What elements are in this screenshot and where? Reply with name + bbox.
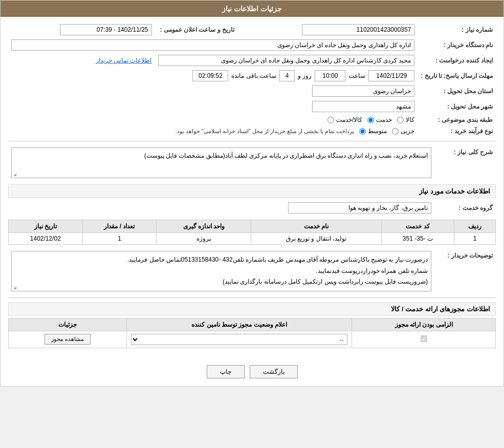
service-info-header: اطلاعات خدمات مورد نیاز <box>8 184 496 198</box>
announce-label: تاریخ و ساعت اعلان عمومی : <box>155 22 238 37</box>
perm-status-select[interactable]: -- <box>131 334 347 345</box>
category-kala-radio[interactable] <box>397 117 404 123</box>
perm-required-checkbox <box>421 335 427 342</box>
need-desc-label: شرح کلی نیاز : <box>434 145 496 180</box>
requester-value: مجید کردی کارشناس اداره کل راهداری وحمل … <box>158 55 415 66</box>
category-option-kala[interactable]: کالا <box>397 116 414 123</box>
category-khedmat-label: خدمت <box>376 116 392 123</box>
buyer-desc-value: درصورت نیاز به توضیح باکارشناس مربوطه آق… <box>11 251 431 291</box>
cell-name: تولید، انتقال و توزیع برق <box>251 233 381 245</box>
response-deadline-label: مهلت ارسال پاسخ: تا تاریخ : <box>418 68 496 83</box>
col-unit: واحد اندازه گیری <box>157 220 251 233</box>
col-row: ردیف <box>454 220 496 233</box>
need-number-value: 1102001423000357 <box>302 24 414 35</box>
requester-label: ایجاد کننده درخواست : <box>418 53 496 68</box>
category-kala-label: کالا <box>406 116 414 123</box>
view-perm-button[interactable]: مشاهده مجوز <box>45 334 91 345</box>
purchase-motavasset-radio[interactable] <box>359 128 366 135</box>
perm-col-required: الزامی بودن ارائه مجوز <box>352 318 496 331</box>
response-date: 1402/11/29 <box>368 70 414 81</box>
permissions-section-label: اطلاعات مجوزهای ارائه خدمت / کالا <box>8 302 496 316</box>
purchase-type-label: نوع فرآیند خرید : <box>418 125 496 137</box>
purchase-jozii-label: جزیی <box>401 127 414 135</box>
category-khedmat-radio[interactable] <box>367 117 374 123</box>
need-number-label: شماره نیاز : <box>418 22 496 37</box>
cell-date: 1402/12/02 <box>9 233 83 245</box>
permissions-table: الزامی بودن ارائه مجوز اعلام وضعیت مجوز … <box>8 318 496 348</box>
print-button[interactable]: چاپ <box>207 365 245 378</box>
table-row: 1 ت -35- 351 تولید، انتقال و توزیع برق پ… <box>9 233 496 245</box>
category-kala-khedmat-radio[interactable] <box>327 117 334 123</box>
buyer-desc-label: توضیحات خریدار : <box>434 249 496 293</box>
remaining-label: ساعت باقی مانده <box>231 72 276 79</box>
city-label: شهر محل تحویل : <box>418 99 496 114</box>
category-label: طبقه بندی موضوعی : <box>418 114 496 125</box>
col-qty: تعداد / مقدار <box>82 220 157 233</box>
announce-value: 1402/11/25 - 07:39 <box>60 24 152 35</box>
service-group-value: تامین برق، گاز، بخار و تهویه هوا <box>288 202 431 214</box>
category-option-kala-khedmat[interactable]: کالا/خدمت <box>327 116 362 123</box>
response-time: 10:00 <box>315 70 345 81</box>
col-code: کد خدمت <box>381 220 454 233</box>
page-header: جزئیات اطلاعات نیاز <box>1 1 503 17</box>
category-kala-khedmat-label: کالا/خدمت <box>336 116 362 123</box>
remaining-time: 02:09:52 <box>192 70 228 81</box>
response-day-label: روز و <box>298 72 312 79</box>
buyer-org-label: نام دستگاه خریدار : <box>418 37 496 53</box>
purchase-option-jozii[interactable]: جزیی <box>392 127 414 135</box>
city-value: مشهد <box>312 101 414 112</box>
province-value: خراسان رضوی <box>312 86 414 97</box>
back-button[interactable]: بازگشت <box>250 365 298 378</box>
purchase-jozii-radio[interactable] <box>392 128 399 135</box>
perm-col-details: جزئیات <box>9 318 127 331</box>
col-name: نام خدمت <box>251 220 381 233</box>
need-desc-value: استعلام خرید، نصب و راه اندازی دستگاه بر… <box>11 147 431 178</box>
cell-unit: پروژه <box>157 233 251 245</box>
cell-row: 1 <box>454 233 496 245</box>
service-group-label: گروه خدمت : <box>434 200 496 216</box>
perm-row: -- مشاهده مجوز <box>9 331 496 348</box>
response-time-label: ساعت <box>348 72 365 79</box>
contact-link[interactable]: اطلاعات تماس خریدار <box>96 57 152 64</box>
col-date: تاریخ نیاز <box>9 220 83 233</box>
cell-qty: 1 <box>82 233 157 245</box>
services-table: ردیف کد خدمت نام خدمت واحد اندازه گیری ت… <box>8 220 496 245</box>
province-label: استان محل تحویل : <box>418 83 496 99</box>
response-days: 4 <box>279 70 295 81</box>
purchase-option-motavasset[interactable]: متوسط <box>359 127 387 135</box>
bottom-buttons: بازگشت چاپ <box>1 357 503 386</box>
page-title: جزئیات اطلاعات نیاز <box>222 5 282 13</box>
category-option-khedmat[interactable]: خدمت <box>367 116 392 123</box>
perm-col-status: اعلام وضعیت مجوز توسط نامین کننده <box>127 318 352 331</box>
purchase-note: پرداخت تمام یا بخشی از مبلغ خریدار از مح… <box>176 128 355 135</box>
buyer-org-value: اداره کل راهداری وحمل ونقل جاده ای خراسا… <box>11 39 414 51</box>
purchase-motavasset-label: متوسط <box>368 127 387 135</box>
cell-code: ت -35- 351 <box>381 233 454 245</box>
